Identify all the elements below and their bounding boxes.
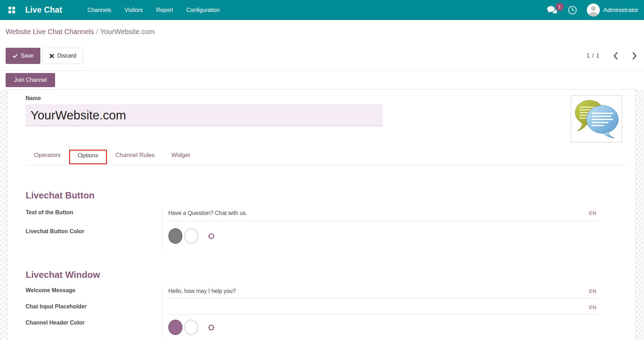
discard-button-label: Discard: [57, 53, 76, 59]
messages-icon[interactable]: 1: [547, 6, 558, 15]
label-livechat-button-color: Livechat Button Color: [26, 228, 84, 234]
join-channel-label: Join Channel: [14, 77, 47, 83]
label-channel-header-color: Channel Header Color: [26, 320, 85, 326]
label-chat-input-placeholder: Chat Input Placeholder: [26, 303, 87, 309]
section-livechat-window-rows: Welcome Message Hello, how may I help yo…: [26, 287, 635, 339]
activities-icon[interactable]: [568, 6, 577, 15]
translate-badge-button-text[interactable]: EN: [589, 209, 596, 217]
app-title[interactable]: Live Chat: [25, 5, 62, 15]
menu-configuration[interactable]: Configuration: [186, 5, 220, 15]
section-title-livechat-window: Livechat Window: [26, 269, 635, 280]
section-livechat-button-rows: Text of the Button Have a Question? Chat…: [26, 209, 635, 250]
header-color-swatch-selected[interactable]: [168, 320, 182, 335]
button-color-swatch-custom[interactable]: [184, 228, 198, 244]
message-count-badge: 1: [556, 3, 564, 11]
breadcrumb-separator: /: [94, 28, 100, 35]
join-channel-button[interactable]: Join Channel: [6, 73, 55, 87]
pager-value: 1 / 1: [586, 52, 600, 59]
clock-icon: [568, 6, 577, 15]
header-color-swatch-custom[interactable]: [184, 320, 198, 335]
breadcrumb-current: YourWebsite.com: [100, 28, 155, 35]
tab-operators[interactable]: Operators: [26, 146, 69, 165]
save-button[interactable]: Save: [6, 48, 40, 64]
x-icon: [49, 54, 54, 58]
tab-options-label: Options: [78, 152, 99, 159]
breadcrumb: Website Live Chat Channels/YourWebsite.c…: [0, 20, 644, 36]
button-text-field[interactable]: Have a Question? Chat with us. EN: [168, 209, 598, 221]
apps-menu-icon[interactable]: [6, 4, 18, 16]
pager-previous-button[interactable]: [612, 52, 619, 60]
button-color-swatch-selected[interactable]: [168, 228, 182, 244]
top-navbar: Live Chat Channels Visitors Report Confi…: [0, 0, 644, 20]
tab-widget[interactable]: Widget: [163, 146, 199, 165]
menu-visitors[interactable]: Visitors: [125, 5, 143, 15]
user-name: Administrator: [603, 7, 638, 14]
channel-image-field[interactable]: [571, 95, 622, 142]
notebook-tabs: Operators Options Channel Rules Widget: [26, 146, 625, 165]
avatar: [587, 4, 600, 17]
translate-badge-chat-input-placeholder[interactable]: EN: [589, 303, 596, 311]
grid-icon: [8, 7, 15, 13]
welcome-message-field[interactable]: Hello, how may I help you? EN: [168, 287, 598, 299]
button-text-value: Have a Question? Chat with us.: [168, 209, 247, 217]
reset-button-color-button[interactable]: [208, 233, 215, 240]
chevron-left-icon: [613, 52, 618, 60]
pager-next-button[interactable]: [631, 52, 638, 60]
refresh-icon: [208, 233, 215, 240]
reset-header-color-button[interactable]: [208, 324, 215, 331]
welcome-message-value: Hello, how may I help you?: [168, 287, 236, 295]
name-input[interactable]: [26, 104, 383, 126]
translate-badge-welcome-message[interactable]: EN: [589, 287, 596, 295]
menu-report[interactable]: Report: [156, 5, 173, 15]
user-menu[interactable]: Administrator: [587, 4, 638, 17]
control-panel-actions: Save Discard 1 / 1: [0, 36, 644, 70]
menu-channels[interactable]: Channels: [87, 5, 111, 15]
breadcrumb-parent-link[interactable]: Website Live Chat Channels: [6, 28, 94, 35]
form-sheet: Name: [7, 89, 636, 340]
main-menu: Channels Visitors Report Configuration: [87, 5, 220, 15]
button-box: Join Channel: [0, 71, 644, 89]
refresh-icon: [208, 324, 215, 331]
label-text-of-the-button: Text of the Button: [26, 209, 73, 215]
save-button-label: Save: [21, 53, 33, 59]
chevron-right-icon: [632, 52, 637, 60]
chat-bubbles-image: [572, 97, 620, 140]
navbar-right: 1 Administrator: [547, 4, 638, 17]
livechat-button-color-picker: [168, 228, 598, 244]
person-icon: [587, 4, 600, 17]
chat-input-placeholder-field[interactable]: EN: [168, 303, 598, 315]
name-field-label: Name: [26, 95, 41, 101]
tab-channel-rules[interactable]: Channel Rules: [107, 146, 163, 165]
discard-button[interactable]: Discard: [42, 48, 83, 64]
channel-header-color-picker: [168, 319, 598, 335]
tab-options[interactable]: Options: [69, 146, 107, 165]
label-welcome-message: Welcome Message: [26, 287, 75, 293]
check-icon: [13, 54, 18, 58]
pager: 1 / 1: [586, 52, 638, 60]
section-title-livechat-button: Livechat Button: [26, 190, 635, 201]
form-view-background: Name: [0, 89, 644, 340]
